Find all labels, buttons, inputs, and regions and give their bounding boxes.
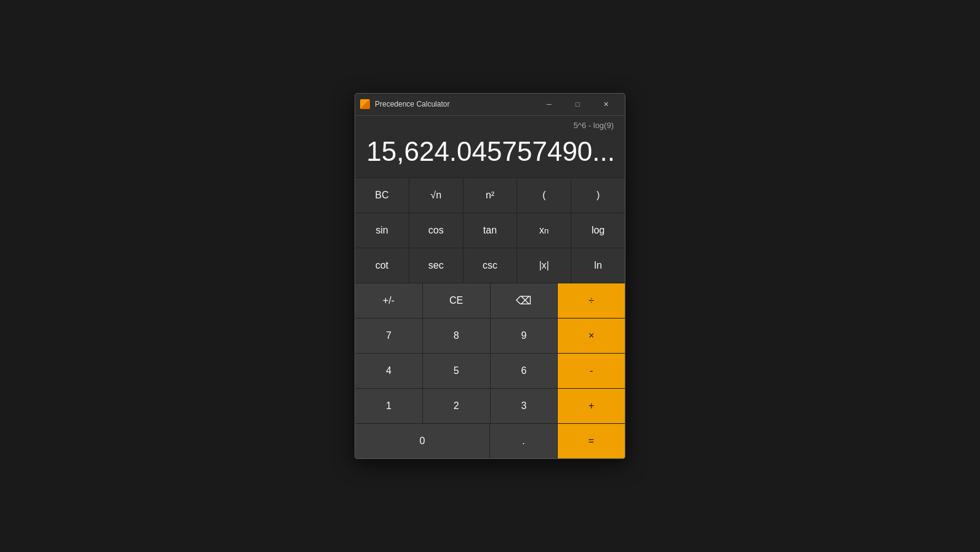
six-button[interactable]: 6 xyxy=(491,354,558,388)
number-row-1: 7 8 9 × xyxy=(355,318,625,353)
add-button[interactable]: + xyxy=(558,389,625,423)
csc-button[interactable]: csc xyxy=(464,248,518,283)
number-row-2: 4 5 6 - xyxy=(355,353,625,388)
sec-button[interactable]: sec xyxy=(409,248,464,283)
open-paren-button[interactable]: ( xyxy=(517,178,571,213)
nine-button[interactable]: 9 xyxy=(491,319,558,353)
five-button[interactable]: 5 xyxy=(423,354,491,388)
two-button[interactable]: 2 xyxy=(423,389,491,423)
square-button[interactable]: n² xyxy=(464,178,518,213)
divide-button[interactable]: ÷ xyxy=(558,283,625,318)
function-row-1: BC √n n² ( ) xyxy=(355,177,625,213)
close-paren-button[interactable]: ) xyxy=(571,178,625,213)
backspace-button[interactable]: ⌫ xyxy=(491,283,558,318)
main-display: 15,624.045757490... xyxy=(365,133,615,171)
sqrt-button[interactable]: √n xyxy=(409,178,464,213)
display-area: 5^6 - log(9) 15,624.045757490... xyxy=(355,116,625,178)
number-row-4: 0 . = xyxy=(355,423,625,458)
zero-button[interactable]: 0 xyxy=(355,424,490,458)
minimize-button[interactable]: ─ xyxy=(535,93,563,115)
control-row: +/- CE ⌫ ÷ xyxy=(355,283,625,318)
power-button[interactable]: xn xyxy=(517,213,571,248)
subtract-button[interactable]: - xyxy=(558,354,625,388)
seven-button[interactable]: 7 xyxy=(355,319,423,353)
multiply-button[interactable]: × xyxy=(558,319,625,353)
function-row-3: cot sec csc |x| ln xyxy=(355,248,625,283)
ln-button[interactable]: ln xyxy=(571,248,625,283)
one-button[interactable]: 1 xyxy=(355,389,423,423)
window-controls: ─ □ ✕ xyxy=(535,93,620,115)
equals-button[interactable]: = xyxy=(558,424,625,458)
four-button[interactable]: 4 xyxy=(355,354,423,388)
number-row-3: 1 2 3 + xyxy=(355,388,625,423)
eight-button[interactable]: 8 xyxy=(423,319,491,353)
app-icon xyxy=(360,99,370,109)
buttons-area: BC √n n² ( ) sin cos tan xn log cot sec … xyxy=(355,177,625,458)
title-bar: Precedence Calculator ─ □ ✕ xyxy=(355,94,625,116)
function-row-2: sin cos tan xn log xyxy=(355,213,625,248)
bc-button[interactable]: BC xyxy=(355,178,409,213)
cos-button[interactable]: cos xyxy=(409,213,464,248)
abs-button[interactable]: |x| xyxy=(517,248,571,283)
three-button[interactable]: 3 xyxy=(491,389,558,423)
expression-display: 5^6 - log(9) xyxy=(365,121,615,133)
ce-button[interactable]: CE xyxy=(423,283,491,318)
window-title: Precedence Calculator xyxy=(375,100,535,108)
log-button[interactable]: log xyxy=(571,213,625,248)
decimal-button[interactable]: . xyxy=(490,424,558,458)
cot-button[interactable]: cot xyxy=(355,248,409,283)
tan-button[interactable]: tan xyxy=(464,213,518,248)
sin-button[interactable]: sin xyxy=(355,213,409,248)
maximize-button[interactable]: □ xyxy=(563,93,592,115)
sign-button[interactable]: +/- xyxy=(355,283,423,318)
calculator-window: Precedence Calculator ─ □ ✕ 5^6 - log(9)… xyxy=(355,93,625,460)
close-button[interactable]: ✕ xyxy=(592,93,620,115)
